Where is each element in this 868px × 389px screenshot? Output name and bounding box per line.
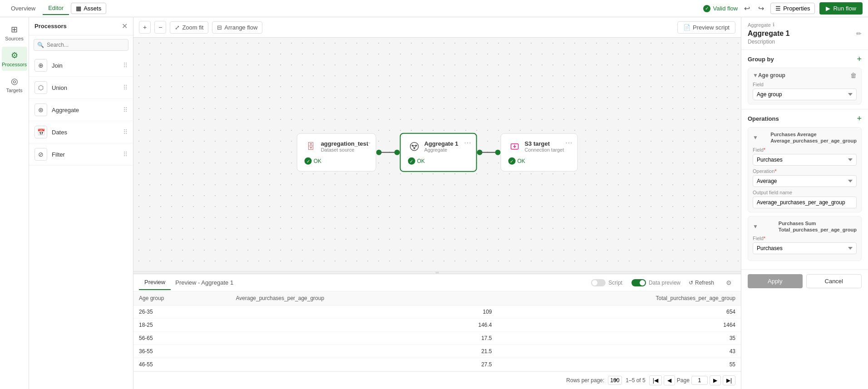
source-node-status: ✓ OK [305, 158, 369, 165]
col-header-avg: Average_purchases_per_age_group [231, 291, 498, 305]
zoom-fit-button[interactable]: ⤢ Zoom fit [170, 21, 208, 34]
redo-button[interactable]: ↪ [756, 2, 766, 15]
table-row: 56-65 17.5 35 [133, 332, 741, 345]
pagination: Rows per page: 100 25 50 1–5 of 5 |◀ ◀ P… [133, 371, 741, 389]
union-drag-handle[interactable]: ⠿ [123, 84, 128, 91]
op-1-field-select[interactable]: Purchases [753, 242, 857, 254]
dates-icon: 📅 [35, 126, 47, 138]
sidebar-item-processors[interactable]: ⚙ Processors [2, 47, 27, 71]
join-icon: ⊕ [35, 59, 47, 72]
aggregate-node-type: Aggregate [424, 147, 469, 153]
page-number-input[interactable] [691, 376, 708, 385]
search-icon: 🔍 [37, 42, 44, 48]
source-node-icon: 🗄 [305, 140, 317, 153]
add-operation-button[interactable]: + [857, 114, 862, 123]
add-group-by-button[interactable]: + [857, 54, 862, 64]
processors-header: Processors ✕ [29, 17, 133, 35]
aggregate-node-icon [408, 140, 420, 153]
connector-2 [477, 150, 500, 155]
op-1-field-label: Field* [753, 236, 857, 241]
data-preview-toggle-switch[interactable] [631, 279, 646, 286]
group-by-title: Group by [748, 56, 774, 63]
filter-drag-handle[interactable]: ⠿ [123, 151, 128, 158]
undo-button[interactable]: ↩ [742, 2, 752, 15]
apply-cancel-row: Apply Cancel [741, 269, 868, 293]
target-node[interactable]: S3 target Connection target ⋯ ✓ OK [500, 133, 577, 172]
properties-button[interactable]: ☰ Properties [770, 3, 815, 14]
targets-icon: ◎ [11, 76, 18, 86]
processor-search-input[interactable] [34, 39, 128, 51]
apply-button[interactable]: Apply [748, 274, 803, 288]
table-row: 26-35 109 654 [133, 305, 741, 319]
group-by-item-title: Age group [758, 72, 785, 79]
cell-total: 35 [497, 332, 741, 345]
dates-drag-handle[interactable]: ⠿ [123, 128, 128, 136]
run-flow-button[interactable]: ▶ Run flow [819, 2, 863, 15]
processor-item-filter[interactable]: ⊘ Filter ⠿ [29, 143, 133, 166]
tab-editor[interactable]: Editor [43, 2, 69, 15]
zoom-in-button[interactable]: + [139, 21, 151, 34]
preview-panel: Preview Preview - Aggregate 1 Script Dat… [133, 274, 741, 389]
table-row: 18-25 146.4 1464 [133, 319, 741, 332]
processor-item-aggregate[interactable]: ⊛ Aggregate ⠿ [29, 99, 133, 121]
join-drag-handle[interactable]: ⠿ [123, 62, 128, 69]
svg-line-5 [414, 146, 416, 148]
last-page-button[interactable]: ▶| [723, 375, 735, 385]
script-toggle-switch[interactable] [591, 279, 606, 286]
op-0-operation-select[interactable]: Average Sum Count [753, 175, 857, 187]
processor-item-join[interactable]: ⊕ Join ⠿ [29, 54, 133, 77]
assets-button[interactable]: ▦ Assets [71, 3, 106, 14]
target-node-menu[interactable]: ⋯ [565, 138, 572, 147]
canvas-viewport[interactable]: 🗄 aggregation_test Dataset source ⋯ ✓ OK [133, 38, 741, 271]
valid-check-icon: ✓ [703, 5, 710, 12]
collapse-op0-icon[interactable]: ▼ [753, 134, 758, 141]
op-0-output-input[interactable] [753, 197, 857, 208]
processor-item-dates[interactable]: 📅 Dates ⠿ [29, 121, 133, 143]
sidebar-item-targets[interactable]: ◎ Targets [2, 73, 27, 97]
next-page-button[interactable]: ▶ [710, 375, 721, 385]
preview-script-button[interactable]: 📄 Preview script [677, 21, 735, 34]
script-toggle: Script [591, 279, 622, 286]
connector-dot-2b [495, 150, 500, 155]
source-node-name: aggregation_test [321, 140, 369, 147]
cancel-button[interactable]: Cancel [806, 274, 862, 288]
collapse-op1-icon[interactable]: ▼ [753, 223, 758, 230]
collapse-group-icon[interactable]: ▼ [753, 72, 758, 79]
assets-icon: ▦ [76, 5, 81, 12]
aggregate-node-status: ✓ OK [408, 158, 469, 165]
prev-page-button[interactable]: ◀ [664, 375, 675, 385]
col-header-age-group: Age group [133, 291, 231, 305]
operations-section: Operations + ▼ Purchases Average Average… [741, 109, 868, 269]
cell-avg: 146.4 [231, 319, 498, 332]
arrange-flow-button[interactable]: ⊟ Arrange flow [212, 21, 262, 34]
group-by-field-label: Field [753, 82, 857, 87]
preview-header: Preview Preview - Aggregate 1 Script Dat… [133, 274, 741, 291]
canvas-grid: 🗄 aggregation_test Dataset source ⋯ ✓ OK [133, 38, 741, 271]
zoom-out-button[interactable]: − [154, 21, 166, 34]
properties-icon: ☰ [775, 5, 781, 12]
preview-settings-button[interactable]: ⚙ [722, 277, 735, 288]
cell-avg: 21.5 [231, 345, 498, 358]
aggregate-node-menu[interactable]: ⋯ [464, 138, 471, 147]
aggregate-node[interactable]: Aggregate 1 Aggregate ⋯ ✓ OK [399, 133, 477, 172]
op-0-field-select[interactable]: Purchases Age [753, 154, 857, 166]
cell-age-group: 26-35 [133, 305, 231, 319]
first-page-button[interactable]: |◀ [649, 375, 662, 385]
delete-group-icon[interactable]: 🗑 [850, 72, 857, 79]
refresh-button[interactable]: ↺ Refresh [685, 278, 718, 288]
processor-item-union[interactable]: ⬡ Union ⠿ [29, 77, 133, 99]
edit-title-icon[interactable]: ✏ [856, 30, 862, 37]
sidebar-item-sources[interactable]: ⊞ Sources [2, 21, 27, 45]
preview-tab[interactable]: Preview [139, 275, 171, 290]
rows-per-page-select[interactable]: 100 25 50 [608, 376, 622, 385]
source-node-menu[interactable]: ⋯ [364, 138, 371, 147]
tab-overview[interactable]: Overview [5, 2, 41, 15]
right-panel-header: Aggregate ℹ Aggregate 1 ✏ Description [741, 17, 868, 50]
source-node[interactable]: 🗄 aggregation_test Dataset source ⋯ ✓ OK [297, 133, 376, 172]
data-table: Age group Average_purchases_per_age_grou… [133, 291, 741, 371]
close-processors-icon[interactable]: ✕ [122, 22, 128, 30]
group-by-field-select[interactable]: Age group Age Name [753, 89, 857, 100]
table-row: 46-55 27.5 55 [133, 358, 741, 371]
aggregate-drag-handle[interactable]: ⠿ [123, 106, 128, 113]
cell-total: 55 [497, 358, 741, 371]
